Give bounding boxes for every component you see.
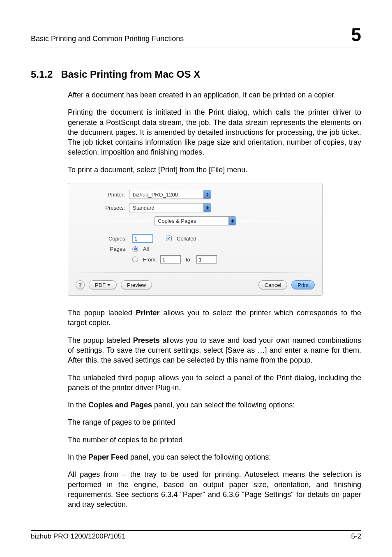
print-dialog-figure: Printer: bizhub_PRO_1200 Presets: Standa… [68, 183, 361, 296]
pdf-button[interactable]: PDF [89, 280, 117, 289]
presets-value: Standard [133, 205, 154, 211]
chevron-down-icon [107, 284, 111, 286]
chevron-updown-icon [203, 190, 211, 199]
from-input[interactable] [160, 255, 181, 263]
help-button[interactable]: ? [76, 280, 85, 289]
chevron-updown-icon [228, 217, 236, 225]
cancel-button[interactable]: Cancel [258, 280, 287, 289]
to-label: to: [184, 257, 193, 263]
help-icon: ? [78, 282, 82, 288]
footer-left: bizhub PRO 1200/1200P/1051 [31, 532, 126, 541]
chevron-updown-icon [203, 203, 211, 212]
printer-label: Printer: [76, 192, 129, 198]
paragraph: The popup labeled Presets allows you to … [68, 335, 361, 365]
printer-popup[interactable]: bizhub_PRO_1200 [129, 190, 211, 199]
print-button[interactable]: Print [291, 280, 315, 289]
paragraph: The popup labeled Printer allows you to … [68, 308, 361, 328]
check-icon: ✓ [167, 236, 171, 241]
paragraph: The number of copies to be printed [68, 435, 361, 445]
section-title: Basic Printing from Mac OS X [61, 69, 200, 80]
paragraph: In the Copies and Pages panel, you can s… [68, 400, 361, 410]
pages-all-label: All [143, 246, 149, 252]
presets-label: Presets: [76, 205, 129, 211]
copies-input[interactable] [132, 234, 153, 243]
copies-label: Copies: [107, 236, 129, 242]
from-label: From: [143, 257, 157, 263]
to-input[interactable] [196, 255, 217, 263]
printer-value: bizhub_PRO_1200 [133, 192, 178, 198]
paragraph: To print a document, select [Print] from… [68, 165, 361, 175]
page-footer: bizhub PRO 1200/1200P/1051 5-2 [31, 530, 361, 541]
paragraph: After a document has been created in an … [68, 90, 361, 100]
collated-checkbox[interactable]: ✓ [166, 236, 172, 241]
footer-right: 5-2 [351, 532, 361, 541]
preview-button[interactable]: Preview [121, 280, 152, 289]
paragraph: The unlabeled third popup allows you to … [68, 373, 361, 393]
pages-label: Pages: [107, 246, 129, 252]
header-title: Basic Printing and Common Printing Funct… [31, 35, 184, 43]
pages-all-radio[interactable] [132, 246, 138, 252]
collated-label: Collated [177, 236, 196, 242]
section-number: 5.1.2 [31, 69, 53, 80]
presets-popup[interactable]: Standard [129, 203, 211, 212]
page-header: Basic Printing and Common Printing Funct… [31, 25, 361, 48]
chapter-number: 5 [351, 25, 361, 45]
print-dialog: Printer: bizhub_PRO_1200 Presets: Standa… [68, 183, 323, 296]
paragraph: Printing the document is initiated in th… [68, 107, 361, 157]
section-heading: 5.1.2 Basic Printing from Mac OS X [31, 69, 361, 80]
panel-value: Copies & Pages [158, 218, 196, 224]
paragraph: In the Paper Feed panel, you can select … [68, 452, 361, 462]
paragraph: All pages from – the tray to be used for… [68, 469, 361, 509]
panel-popup[interactable]: Copies & Pages [154, 216, 236, 225]
pages-from-radio[interactable] [132, 257, 138, 262]
paragraph: The range of pages to be printed [68, 417, 361, 427]
